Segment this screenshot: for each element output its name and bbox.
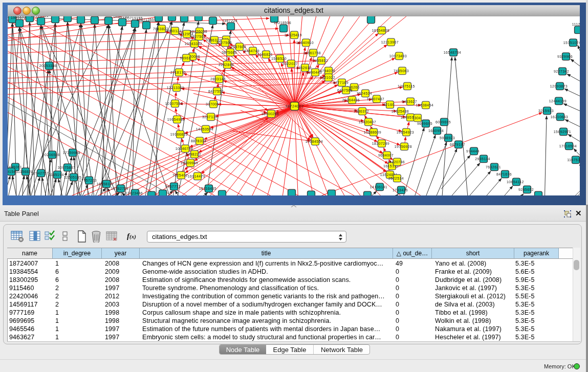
- svg-text:974444: 974444: [466, 149, 480, 152]
- svg-text:19166825: 19166825: [170, 132, 188, 136]
- svg-text:1733426: 1733426: [393, 188, 408, 191]
- svg-text:6879197: 6879197: [450, 142, 465, 146]
- svg-text:10025438: 10025438: [391, 109, 409, 113]
- svg-text:15751074: 15751074: [563, 40, 580, 44]
- svg-text:2967608: 2967608: [231, 45, 246, 48]
- svg-text:6497568: 6497568: [337, 88, 353, 92]
- svg-text:10688609: 10688609: [364, 130, 381, 134]
- svg-text:7625402: 7625402: [172, 173, 188, 177]
- svg-text:1145194: 1145194: [49, 172, 64, 176]
- svg-text:7485063: 7485063: [394, 69, 409, 72]
- svg-text:20091406: 20091406: [31, 16, 49, 17]
- svg-text:11156829: 11156829: [16, 169, 33, 173]
- svg-text:9684007: 9684007: [378, 153, 394, 157]
- svg-text:14136141: 14136141: [370, 185, 387, 188]
- svg-text:3267130: 3267130: [202, 115, 217, 118]
- svg-text:18724007: 18724007: [285, 104, 304, 108]
- svg-text:16914479: 16914479: [188, 174, 205, 178]
- svg-text:9327508: 9327508: [216, 40, 232, 44]
- svg-text:1621022: 1621022: [320, 75, 335, 79]
- svg-text:9827500: 9827500: [190, 34, 206, 38]
- svg-text:1905572: 1905572: [11, 16, 26, 19]
- svg-text:12975115: 12975115: [398, 84, 415, 87]
- svg-text:317006: 317006: [206, 102, 219, 105]
- svg-text:17359938: 17359938: [63, 150, 80, 154]
- svg-text:10654112: 10654112: [507, 180, 524, 183]
- svg-text:12444159: 12444159: [549, 99, 567, 102]
- svg-text:15720407: 15720407: [359, 120, 376, 123]
- svg-text:16640910: 16640910: [296, 40, 314, 44]
- svg-text:7304: 7304: [412, 116, 421, 119]
- svg-text:10107553: 10107553: [165, 101, 183, 105]
- svg-text:9227342: 9227342: [554, 69, 569, 73]
- svg-text:16958107: 16958107: [97, 182, 114, 185]
- svg-text:19654985: 19654985: [167, 117, 185, 121]
- svg-text:19218506: 19218506: [274, 21, 291, 25]
- svg-text:14353594: 14353594: [196, 127, 213, 130]
- svg-text:18307249: 18307249: [372, 141, 389, 145]
- svg-text:20206586: 20206586: [42, 152, 60, 156]
- svg-text:12213967: 12213967: [381, 40, 399, 43]
- svg-text:8427552: 8427552: [208, 89, 224, 93]
- svg-text:5498222: 5498222: [186, 152, 201, 156]
- svg-text:10046738: 10046738: [176, 146, 193, 150]
- svg-text:3215933: 3215933: [538, 108, 554, 112]
- svg-text:2803144: 2803144: [210, 77, 226, 80]
- svg-text:19654923: 19654923: [397, 130, 414, 134]
- svg-text:9146821: 9146821: [257, 52, 273, 56]
- svg-text:3875685: 3875685: [222, 50, 237, 54]
- svg-text:14325419: 14325419: [285, 33, 302, 36]
- svg-text:8878334: 8878334: [191, 139, 206, 142]
- svg-text:9329966: 9329966: [557, 54, 573, 58]
- svg-text:11122: 11122: [572, 23, 580, 26]
- svg-text:16961758: 16961758: [303, 51, 321, 54]
- svg-text:1167533: 1167533: [567, 158, 580, 161]
- svg-text:1362615: 1362615: [296, 65, 312, 69]
- svg-text:8454749: 8454749: [244, 49, 259, 52]
- svg-text:2522514: 2522514: [388, 176, 404, 180]
- svg-text:12093873: 12093873: [550, 84, 568, 87]
- svg-text:2935114: 2935114: [475, 157, 490, 160]
- svg-text:10973493: 10973493: [389, 54, 407, 57]
- svg-text:2718170: 2718170: [170, 70, 186, 74]
- svg-text:12323446: 12323446: [125, 191, 143, 194]
- svg-text:9777169: 9777169: [333, 80, 349, 84]
- svg-text:16548784: 16548784: [444, 50, 461, 54]
- svg-text:19756928: 19756928: [395, 144, 412, 148]
- svg-text:16782759: 16782759: [111, 186, 128, 190]
- svg-text:8471676: 8471676: [496, 172, 512, 176]
- svg-text:2242848: 2242848: [219, 62, 234, 66]
- svg-text:15716485: 15716485: [199, 186, 216, 190]
- svg-text:9245652: 9245652: [518, 187, 534, 191]
- svg-text:19384554: 19384554: [306, 139, 323, 143]
- svg-text:6099695: 6099695: [435, 120, 451, 123]
- svg-text:16033809: 16033809: [203, 16, 221, 17]
- svg-text:16154808: 16154808: [372, 28, 389, 32]
- svg-text:7955812: 7955812: [313, 58, 328, 62]
- svg-text:3624534: 3624534: [357, 91, 372, 95]
- svg-text:9794078: 9794078: [320, 69, 335, 72]
- svg-text:15409949: 15409949: [181, 161, 198, 164]
- svg-text:7357224: 7357224: [222, 19, 237, 23]
- svg-text:7632621: 7632621: [486, 165, 501, 168]
- svg-text:12942757: 12942757: [31, 171, 49, 174]
- svg-text:17016504: 17016504: [559, 144, 577, 147]
- svg-text:1588520: 1588520: [271, 56, 287, 60]
- svg-text:5322037: 5322037: [282, 61, 298, 65]
- svg-text:9457771: 9457771: [165, 184, 181, 188]
- svg-text:7986372: 7986372: [354, 109, 369, 113]
- svg-text:17957223: 17957223: [79, 178, 97, 182]
- svg-text:14320746: 14320746: [387, 160, 405, 163]
- svg-text:18300295: 18300295: [262, 112, 279, 115]
- svg-text:16210643: 16210643: [551, 115, 568, 118]
- svg-text:30975887: 30975887: [58, 165, 75, 169]
- svg-text:20364436: 20364436: [342, 98, 360, 101]
- svg-text:19538454: 19538454: [416, 103, 433, 106]
- svg-text:9699695: 9699695: [417, 121, 432, 125]
- svg-text:20053346: 20053346: [39, 63, 57, 67]
- svg-text:5938923: 5938923: [440, 136, 455, 139]
- svg-text:10671355: 10671355: [137, 18, 154, 21]
- svg-text:10807487: 10807487: [367, 97, 384, 100]
- svg-text:10543382: 10543382: [185, 41, 202, 45]
- svg-text:98961: 98961: [180, 56, 190, 59]
